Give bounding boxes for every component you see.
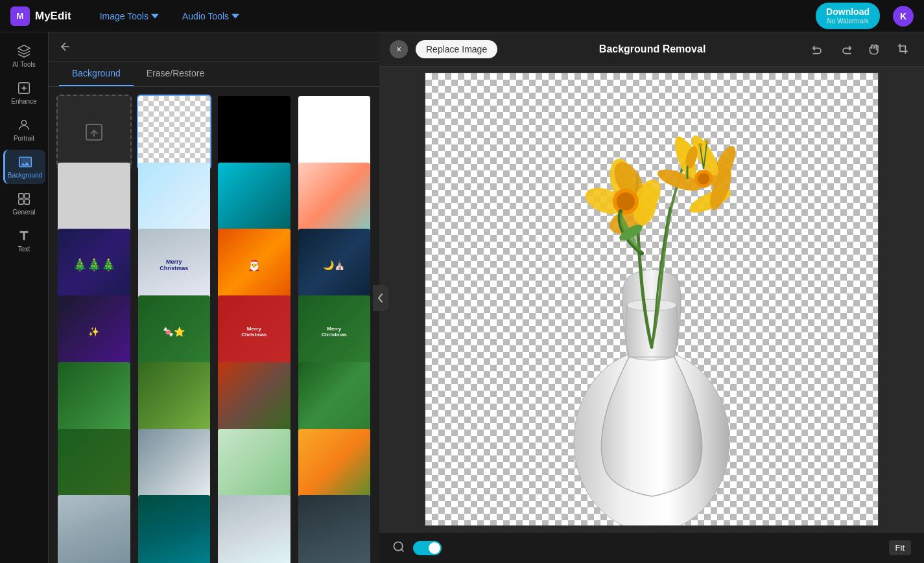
- bg-fern-gray[interactable]: [137, 428, 212, 503]
- sidebar-item-portrait[interactable]: Portrait: [3, 113, 45, 147]
- bg-tropical-2[interactable]: [137, 361, 212, 436]
- bg-blue-fog[interactable]: [217, 494, 292, 563]
- sidebar-label-general: General: [12, 209, 36, 216]
- bg-light-gray[interactable]: [56, 161, 132, 236]
- download-label: Download: [826, 6, 870, 17]
- audio-tools-menu[interactable]: Audio Tools: [177, 8, 244, 24]
- svg-point-29: [705, 140, 709, 144]
- bg-merry-christmas-3[interactable]: MerryChristmas: [297, 294, 372, 369]
- bg-transparent[interactable]: [137, 95, 212, 170]
- zoom-search-icon[interactable]: [392, 540, 405, 556]
- bg-peach-gradient[interactable]: [297, 161, 372, 236]
- bg-tropical-1[interactable]: [56, 361, 132, 436]
- bg-white[interactable]: [297, 95, 372, 170]
- sidebar-item-ai-tools[interactable]: AI Tools: [3, 39, 45, 73]
- canvas-area: × Replace Image Background Removal: [379, 32, 924, 563]
- fit-button[interactable]: Fit: [889, 540, 911, 555]
- bg-xmas-ornaments[interactable]: 🎅: [217, 227, 292, 303]
- sidebar-label-background: Background: [8, 172, 42, 179]
- svg-point-9: [627, 299, 676, 311]
- top-navigation: M MyEdit Image Tools Audio Tools Downloa…: [0, 0, 924, 32]
- download-button[interactable]: Download No Watermark: [816, 3, 880, 29]
- zoom-toggle-thumb: [429, 542, 440, 554]
- replace-image-button[interactable]: Replace Image: [416, 40, 497, 58]
- pan-button[interactable]: [864, 39, 885, 60]
- main-area: AI Tools Enhance Portrait Background: [0, 32, 924, 563]
- svg-rect-2: [19, 194, 23, 198]
- close-button[interactable]: ×: [390, 40, 408, 58]
- bg-xmas-trees[interactable]: 🎄🎄🎄: [56, 227, 132, 303]
- svg-point-25: [698, 173, 709, 185]
- canvas-frame: [425, 73, 879, 526]
- bg-gray-blur[interactable]: [56, 494, 132, 563]
- icon-sidebar: AI Tools Enhance Portrait Background: [0, 32, 49, 563]
- sidebar-item-general[interactable]: General: [3, 187, 45, 221]
- svg-point-17: [617, 192, 635, 211]
- logo[interactable]: M MyEdit: [10, 6, 71, 26]
- svg-point-33: [394, 542, 403, 550]
- bottom-bar: Fit: [379, 532, 924, 563]
- canvas-viewport[interactable]: [379, 67, 924, 532]
- tab-erase-restore[interactable]: Erase/Restore: [134, 62, 217, 86]
- canvas-title: Background Removal: [505, 43, 800, 55]
- bg-palm-dark[interactable]: [56, 428, 132, 503]
- redo-button[interactable]: [836, 39, 857, 60]
- sidebar-label-text: Text: [18, 246, 30, 253]
- bg-merry-christmas-2[interactable]: MerryChristmas: [217, 294, 292, 369]
- panel-header: [49, 32, 379, 62]
- bg-dark-leaves[interactable]: [297, 361, 372, 436]
- bg-teal-gradient[interactable]: [217, 161, 292, 236]
- canvas-toolbar: × Replace Image Background Removal: [379, 32, 924, 67]
- back-button[interactable]: [59, 40, 72, 53]
- bg-merry-christmas-1[interactable]: MerryChristmas: [137, 227, 212, 303]
- sidebar-label-enhance: Enhance: [11, 98, 36, 105]
- sidebar-label-ai-tools: AI Tools: [12, 61, 35, 68]
- bg-autumn-leaves[interactable]: [217, 361, 292, 436]
- bg-light-blue-gradient[interactable]: [137, 161, 212, 236]
- vase-image: [425, 73, 878, 525]
- audio-tools-label: Audio Tools: [182, 11, 229, 21]
- download-sub-label: No Watermark: [827, 17, 869, 25]
- svg-point-27: [698, 143, 702, 147]
- logo-text: MyEdit: [35, 10, 71, 23]
- zoom-toggle[interactable]: [413, 541, 442, 555]
- logo-icon: M: [10, 6, 30, 26]
- panel-collapse-arrow[interactable]: [373, 285, 388, 311]
- bg-xmas-candy[interactable]: 🍬⭐: [137, 294, 212, 369]
- image-tools-menu[interactable]: Image Tools: [95, 8, 164, 24]
- sidebar-label-portrait: Portrait: [14, 135, 34, 142]
- user-avatar[interactable]: K: [893, 6, 914, 27]
- bg-golden-palm[interactable]: [297, 428, 372, 503]
- zoom-controls: [392, 540, 442, 556]
- svg-rect-3: [25, 194, 29, 198]
- crop-button[interactable]: [893, 39, 914, 60]
- sidebar-item-background[interactable]: Background: [3, 150, 45, 184]
- svg-point-1: [21, 121, 26, 125]
- tab-background[interactable]: Background: [59, 62, 134, 86]
- bg-upload-cell[interactable]: [56, 95, 132, 170]
- image-tools-label: Image Tools: [100, 11, 148, 21]
- background-grid: 🎄🎄🎄 MerryChristmas 🎅 🌙⛪: [49, 87, 379, 563]
- bg-xmas-dark[interactable]: ✨: [56, 294, 132, 369]
- sidebar-item-text[interactable]: Text: [3, 224, 45, 258]
- undo-button[interactable]: [807, 39, 828, 60]
- bg-black[interactable]: [217, 95, 292, 170]
- panel-tabs: Background Erase/Restore: [49, 62, 379, 87]
- sidebar-item-enhance[interactable]: Enhance: [3, 76, 45, 110]
- svg-rect-5: [25, 200, 29, 204]
- background-panel: Background Erase/Restore: [49, 32, 379, 563]
- canvas-action-icons: [807, 39, 914, 60]
- svg-rect-4: [19, 200, 23, 204]
- bg-teal-dark[interactable]: [137, 494, 212, 563]
- bg-dark-palm[interactable]: [297, 494, 372, 563]
- bg-light-green[interactable]: [217, 428, 292, 503]
- bg-xmas-night[interactable]: 🌙⛪: [297, 227, 372, 303]
